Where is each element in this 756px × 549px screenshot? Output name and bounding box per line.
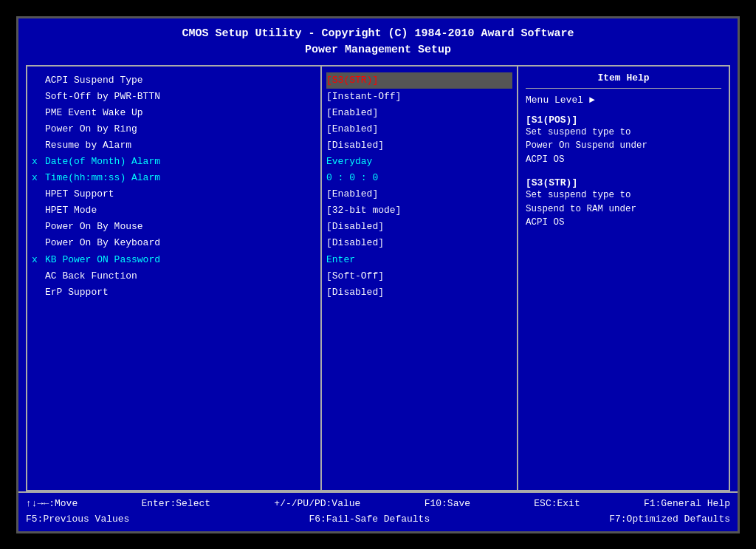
row-label: HPET Mode (45, 202, 97, 219)
header-line1: CMOS Setup Utility - Copyright (C) 1984-… (18, 26, 738, 43)
main-area: ACPI Suspend Type Soft-Off by PWR-BTTN P… (18, 65, 738, 491)
header-line2: Power Management Setup (18, 42, 738, 59)
left-menu-row: xDate(of Month) Alarm (32, 154, 316, 170)
header: CMOS Setup Utility - Copyright (C) 1984-… (18, 18, 738, 65)
right-panel: Item Help Menu Level ► [S1(POS)] Set sus… (518, 67, 729, 490)
left-panel: ACPI Suspend Type Soft-Off by PWR-BTTN P… (27, 67, 322, 490)
footer-failsafe: F6:Fail-Safe Defaults (309, 512, 430, 528)
help-key-s3: [S3(STR)] (526, 177, 721, 188)
middle-value: [Enabled] (326, 105, 512, 121)
row-prefix: x (32, 170, 45, 186)
footer-row2: F5:Previous Values F6:Fail-Safe Defaults… (26, 512, 730, 528)
left-menu-row: Soft-Off by PWR-BTTN (32, 89, 316, 105)
item-help-title: Item Help (526, 72, 721, 89)
left-menu-row: xTime(hh:mm:ss) Alarm (32, 170, 316, 186)
help-key-s1: [S1(POS)] (526, 115, 721, 126)
help-text-s1: Set suspend type toPower On Suspend unde… (526, 126, 721, 167)
middle-value: [Disabled] (326, 219, 512, 235)
row-label: Time(hh:mm:ss) Alarm (45, 170, 160, 186)
menu-level-row: Menu Level ► (526, 95, 721, 106)
menu-level-arrow: ► (589, 95, 595, 106)
row-label: ErP Support (45, 284, 109, 301)
footer-move: ↑↓→←:Move (26, 497, 78, 512)
row-label: KB Power ON Password (45, 252, 160, 268)
left-menu-row: Power On By Keyboard (32, 235, 316, 251)
row-label: Power On By Mouse (45, 219, 143, 235)
middle-value: Enter (326, 252, 512, 268)
row-label: ACPI Suspend Type (45, 72, 143, 89)
left-menu-row: Resume by Alarm (32, 137, 316, 154)
middle-value: Everyday (326, 154, 512, 170)
footer-exit: ESC:Exit (534, 497, 580, 512)
left-menu-row: ErP Support (32, 284, 316, 301)
middle-value: [32-bit mode] (326, 202, 512, 219)
footer-prev: F5:Previous Values (26, 512, 129, 528)
footer-save: F10:Save (425, 497, 470, 512)
menu-level-label: Menu Level (526, 95, 583, 106)
left-menu-row: PME Event Wake Up (32, 105, 316, 121)
row-label: Date(of Month) Alarm (45, 154, 160, 170)
row-label: PME Event Wake Up (45, 105, 143, 121)
middle-panel: [S3(STR)][Instant-Off][Enabled][Enabled]… (322, 67, 518, 490)
help-section-s1: [S1(POS)] Set suspend type toPower On Su… (526, 115, 721, 167)
row-label: Soft-Off by PWR-BTTN (45, 89, 160, 105)
left-menu-row: AC Back Function (32, 268, 316, 284)
middle-value: [Disabled] (326, 284, 512, 301)
middle-value: [Soft-Off] (326, 268, 512, 284)
footer-select: Enter:Select (141, 497, 210, 512)
help-section-s3: [S3(STR)] Set suspend type toSuspend to … (526, 177, 721, 230)
middle-value: 0 : 0 : 0 (326, 170, 512, 186)
middle-value: [Enabled] (326, 186, 512, 202)
row-prefix: x (32, 154, 45, 170)
left-menu-row: HPET Support (32, 186, 316, 202)
row-label: Power On By Keyboard (45, 235, 160, 251)
middle-value: [Enabled] (326, 121, 512, 137)
content-box: ACPI Suspend Type Soft-Off by PWR-BTTN P… (26, 65, 730, 491)
help-text-s3: Set suspend type toSuspend to RAM underA… (526, 188, 721, 230)
row-label: AC Back Function (45, 268, 137, 284)
middle-value: [Disabled] (326, 235, 512, 251)
middle-value: [Instant-Off] (326, 89, 512, 105)
left-menu-row: xKB Power ON Password (32, 252, 316, 268)
left-menu-row: Power On by Ring (32, 121, 316, 137)
row-prefix: x (32, 252, 45, 268)
footer-help: F1:General Help (644, 497, 730, 512)
left-menu-row: Power On By Mouse (32, 219, 316, 235)
row-label: HPET Support (45, 186, 114, 202)
row-label: Resume by Alarm (45, 137, 131, 154)
middle-value: [Disabled] (326, 137, 512, 154)
left-menu-row: ACPI Suspend Type (32, 72, 316, 89)
left-menu-row: HPET Mode (32, 202, 316, 219)
bios-screen: CMOS Setup Utility - Copyright (C) 1984-… (16, 16, 740, 533)
footer-value: +/-/PU/PD:Value (274, 497, 360, 512)
footer-row1: ↑↓→←:Move Enter:Select +/-/PU/PD:Value F… (26, 497, 730, 512)
footer: ↑↓→←:Move Enter:Select +/-/PU/PD:Value F… (18, 491, 738, 531)
row-label: Power On by Ring (45, 121, 137, 137)
middle-value: [S3(STR)] (326, 72, 512, 89)
footer-optimized: F7:Optimized Defaults (609, 512, 730, 528)
